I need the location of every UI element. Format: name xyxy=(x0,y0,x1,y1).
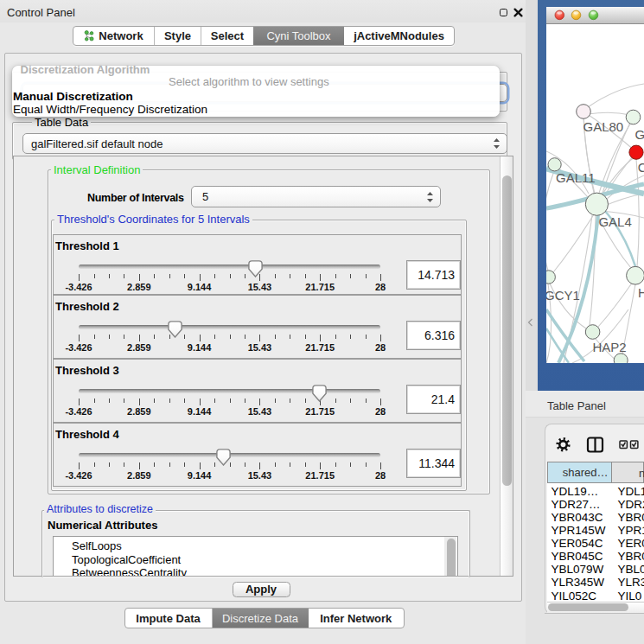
svg-text:GA: GA xyxy=(635,127,644,142)
svg-text:GAL11: GAL11 xyxy=(556,170,596,185)
svg-text:H: H xyxy=(638,285,644,300)
svg-text:GCY1: GCY1 xyxy=(546,288,580,303)
svg-text:C: C xyxy=(638,160,644,175)
svg-text:GAL4: GAL4 xyxy=(598,214,631,229)
svg-text:HAP2: HAP2 xyxy=(592,340,626,354)
svg-text:GAL80: GAL80 xyxy=(583,119,624,134)
